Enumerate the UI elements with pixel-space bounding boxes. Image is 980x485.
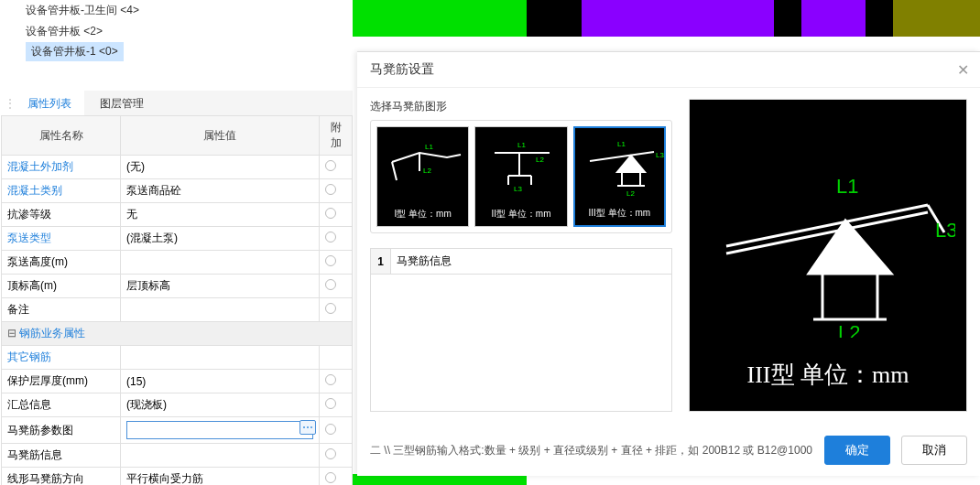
prop-value-input-cell: ⋯	[121, 417, 320, 444]
extra-radio[interactable]	[325, 184, 336, 195]
prop-name: 马凳筋信息	[2, 444, 121, 468]
svg-text:L3: L3	[656, 151, 664, 159]
tab-layers[interactable]: 图层管理	[87, 91, 157, 117]
extra-radio[interactable]	[325, 160, 336, 171]
prop-value[interactable]: 平行横向受力筋	[121, 468, 320, 486]
thumb-type-3[interactable]: L1L3L2 III型 单位：mm	[573, 126, 666, 227]
extra-radio[interactable]	[325, 208, 336, 219]
prop-value[interactable]: (混凝土泵)	[121, 227, 320, 251]
extra-radio[interactable]	[325, 398, 336, 409]
extra-radio[interactable]	[325, 303, 336, 314]
prop-value[interactable]: 层顶标高	[121, 275, 320, 298]
madeng-dialog: 马凳筋设置 ✕ 选择马凳筋图形 L1L2 I型 单位：mm L1L2L3 II型…	[357, 51, 980, 476]
prop-name: 其它钢筋	[2, 346, 121, 370]
thumb-type-2[interactable]: L1L2L3 II型 单位：mm	[474, 126, 567, 227]
prop-name: 线形马凳筋方向	[2, 468, 121, 486]
row-number: 1	[371, 249, 391, 275]
prop-name: 马凳筋参数图	[2, 417, 121, 444]
extra-radio[interactable]	[325, 232, 336, 242]
cancel-button[interactable]: 取消	[901, 436, 967, 465]
extra-radio[interactable]	[325, 255, 336, 266]
prop-value[interactable]	[121, 444, 320, 468]
group-header[interactable]: ⊟ 钢筋业务属性	[2, 322, 353, 346]
svg-text:L3: L3	[514, 185, 522, 193]
prop-name: 保护层厚度(mm)	[2, 370, 121, 393]
prop-name: 混凝土外加剂	[2, 156, 121, 179]
tree-item-selected[interactable]: 设备管井板-1 <0>	[26, 42, 124, 61]
dialog-title-bar: 马凳筋设置 ✕	[357, 52, 980, 88]
col-name: 属性名称	[2, 116, 121, 156]
prop-name: 汇总信息	[2, 393, 121, 417]
dialog-title: 马凳筋设置	[370, 61, 434, 76]
svg-text:L1: L1	[617, 140, 626, 148]
property-table: 属性名称 属性值 附加 混凝土外加剂(无) 混凝土类别泵送商品砼 抗渗等级无 泵…	[1, 115, 353, 485]
prop-value[interactable]	[121, 298, 320, 322]
madeng-param-input[interactable]	[126, 421, 313, 439]
extra-radio[interactable]	[325, 472, 336, 483]
svg-text:L2: L2	[626, 189, 635, 198]
prop-name: 备注	[2, 298, 121, 322]
prop-value[interactable]: (15)	[121, 370, 320, 393]
info-header: 马凳筋信息	[391, 249, 672, 275]
label-l2: L2	[838, 321, 860, 338]
ok-button[interactable]: 确定	[824, 436, 890, 465]
svg-text:L2: L2	[536, 156, 544, 164]
svg-text:L1: L1	[517, 141, 526, 149]
col-value: 属性值	[121, 116, 320, 156]
prop-name: 顶标高(m)	[2, 275, 121, 298]
prop-value[interactable]: 泵送商品砼	[121, 179, 320, 203]
prop-name: 抗渗等级	[2, 203, 121, 227]
extra-radio[interactable]	[325, 374, 336, 385]
prop-name: 泵送高度(m)	[2, 251, 121, 275]
hint-text: 二 \\ 三型钢筋输入格式:数量 + 级别 + 直径或级别 + 直径 + 排距，…	[370, 443, 813, 458]
extra-radio[interactable]	[325, 424, 336, 435]
preview-pane: L1 L3 L2 III型 单位：mm	[689, 99, 967, 412]
info-table: 1马凳筋信息	[370, 248, 672, 412]
thumb-label: III型 单位：mm	[575, 207, 664, 220]
info-empty[interactable]	[371, 275, 672, 412]
thumb-label: II型 单位：mm	[475, 208, 566, 221]
extra-radio[interactable]	[325, 448, 336, 459]
prop-value[interactable]: 无	[121, 203, 320, 227]
tree-item[interactable]: 设备管井板-卫生间 <4>	[26, 0, 353, 21]
color-strip-top	[353, 0, 980, 37]
section-label: 选择马凳筋图形	[370, 99, 672, 114]
label-l1: L1	[836, 175, 858, 198]
prop-value[interactable]: (无)	[121, 156, 320, 179]
label-l3: L3	[935, 219, 955, 242]
ellipsis-button[interactable]: ⋯	[299, 420, 316, 435]
svg-text:L2: L2	[423, 167, 431, 175]
prop-value[interactable]: (现浇板)	[121, 393, 320, 417]
thumb-type-1[interactable]: L1L2 I型 单位：mm	[376, 126, 469, 227]
close-icon[interactable]: ✕	[957, 61, 969, 79]
preview-caption: III型 单位：mm	[690, 359, 966, 391]
prop-value[interactable]	[121, 251, 320, 275]
prop-name: 混凝土类别	[2, 179, 121, 203]
thumb-label: I型 单位：mm	[377, 208, 468, 221]
component-tree: 设备管井板-卫生间 <4> 设备管井板 <2> 设备管井板-1 <0>	[0, 0, 353, 61]
svg-text:L1: L1	[425, 143, 433, 151]
tree-item[interactable]: 设备管井板 <2>	[26, 21, 353, 42]
prop-value[interactable]	[121, 346, 320, 370]
thumbnail-row: L1L2 I型 单位：mm L1L2L3 II型 单位：mm L1L3L2 II…	[370, 120, 672, 233]
extra-radio[interactable]	[325, 279, 336, 290]
prop-name: 泵送类型	[2, 227, 121, 251]
col-extra: 附加	[320, 116, 353, 156]
